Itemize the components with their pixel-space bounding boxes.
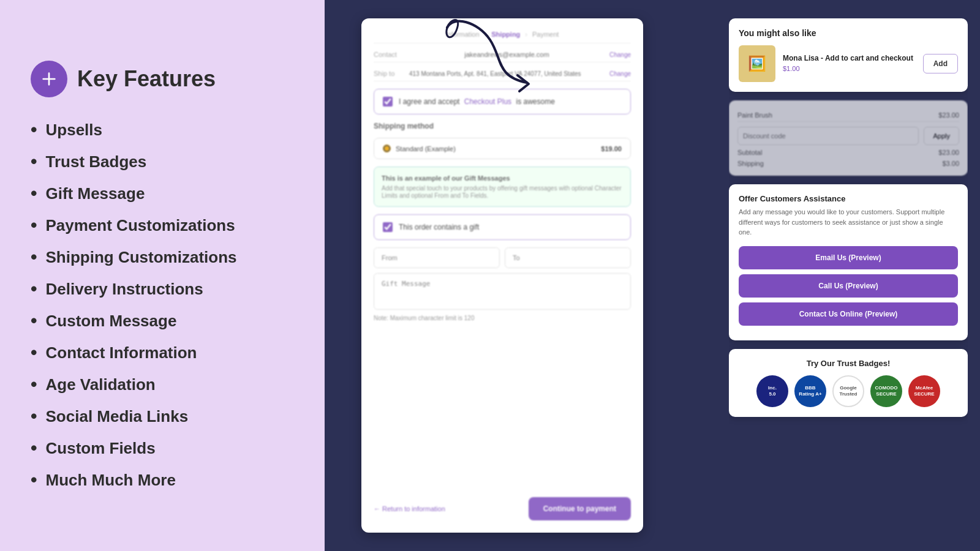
list-item: Custom Message	[31, 310, 294, 331]
shipping-option-label: Standard (Example)	[396, 145, 456, 152]
badge-comodo: COMODOSECURE	[870, 375, 902, 407]
list-item: Much Much More	[31, 470, 294, 490]
email-us-button[interactable]: Email Us (Preview)	[739, 246, 958, 269]
arrow-annotation	[429, 15, 551, 113]
upsell-card: You might also like 🖼️ Mona Lisa - Add t…	[729, 18, 968, 92]
upsell-item-name: Mona Lisa - Add to cart and checkout	[783, 54, 916, 62]
list-item: Contact Information	[31, 342, 294, 363]
right-side-panels: You might also like 🖼️ Mona Lisa - Add t…	[729, 18, 968, 533]
upsell-item-price: $1.00	[783, 65, 800, 72]
ship-to-label: Ship to	[374, 70, 404, 77]
list-item: Gift Message	[31, 183, 294, 204]
list-item: Payment Customizations	[31, 215, 294, 236]
contact-label: Contact	[374, 51, 404, 58]
page-title: Key Features	[77, 66, 216, 92]
gift-message-textarea[interactable]	[374, 273, 631, 310]
list-item: Custom Fields	[31, 438, 294, 459]
upsell-item: 🖼️ Mona Lisa - Add to cart and checkout …	[739, 45, 958, 82]
badge-google: GoogleTrusted	[832, 375, 864, 407]
order-summary-preview: Paint Brush $23.00 Apply Subtotal $23.00…	[729, 100, 968, 176]
assistance-description: Add any message you would like to your c…	[739, 207, 958, 238]
gift-character-note: Note: Maximum character limit is 120	[374, 315, 631, 321]
list-item: Upsells	[31, 119, 294, 140]
gift-preview-desc: Add that special touch to your products …	[382, 185, 622, 199]
right-panel: Information › Shipping › Payment Contact…	[325, 0, 980, 551]
contact-online-button[interactable]: Contact Us Online (Preview)	[739, 302, 958, 326]
gift-checkbox[interactable]	[383, 222, 393, 232]
upsell-info: Mona Lisa - Add to cart and checkout $1.…	[783, 54, 916, 73]
assistance-title: Offer Customers Assistance	[739, 194, 958, 203]
summary-item-name: Paint Brush	[737, 111, 772, 119]
upsell-add-button[interactable]: Add	[923, 54, 958, 73]
shipping-total-row: Shipping $3.00	[737, 160, 959, 167]
gift-from-to-row	[374, 247, 631, 268]
trust-badges-card: Try Our Trust Badges! Inc.5.0 BBBRating …	[729, 349, 968, 417]
apply-button[interactable]: Apply	[924, 127, 959, 145]
plus-icon	[31, 61, 67, 97]
shipping-total-label: Shipping	[737, 160, 764, 167]
badge-bbb: BBBRating A+	[794, 375, 826, 407]
badge-mcafee: McAfeeSECURE	[908, 375, 940, 407]
shipping-option[interactable]: Standard (Example) $19.00	[374, 138, 631, 159]
assistance-card: Offer Customers Assistance Add any messa…	[729, 184, 968, 340]
back-link[interactable]: ← Return to information	[374, 505, 445, 512]
shipping-total-value: $3.00	[942, 160, 959, 167]
gift-message-preview: This is an example of our Gift Messages …	[374, 167, 631, 207]
gift-from-input[interactable]	[374, 247, 500, 268]
gift-checkbox-label: This order contains a gift	[399, 223, 479, 231]
terms-checkbox[interactable]	[383, 97, 393, 107]
call-us-button[interactable]: Call Us (Preview)	[739, 274, 958, 298]
gift-preview-title: This is an example of our Gift Messages	[382, 174, 623, 182]
list-item: Social Media Links	[31, 406, 294, 427]
gift-to-input[interactable]	[505, 247, 631, 268]
left-header: Key Features	[31, 61, 294, 97]
upsell-title: You might also like	[739, 28, 958, 38]
list-item: Shipping Customizations	[31, 247, 294, 268]
list-item: Trust Badges	[31, 151, 294, 172]
subtotal-row: Subtotal $23.00	[737, 149, 959, 156]
ship-to-change-link[interactable]: Change	[609, 70, 631, 77]
trust-badges-container: Inc.5.0 BBBRating A+ GoogleTrusted COMOD…	[739, 375, 958, 407]
trust-title: Try Our Trust Badges!	[739, 359, 958, 368]
discount-code-input[interactable]	[737, 127, 919, 145]
checkout-actions: ← Return to information Continue to paym…	[374, 497, 631, 520]
continue-button[interactable]: Continue to payment	[529, 497, 631, 520]
contact-change-link[interactable]: Change	[609, 51, 631, 58]
gift-checkbox-row: This order contains a gift	[374, 214, 631, 240]
summary-item-price: $23.00	[938, 111, 959, 119]
summary-item-row: Paint Brush $23.00	[737, 109, 959, 122]
list-item: Delivery Instructions	[31, 279, 294, 299]
gift-fields: Note: Maximum character limit is 120	[374, 247, 631, 321]
subtotal-label: Subtotal	[737, 149, 762, 156]
discount-row: Apply	[737, 127, 959, 145]
feature-list: Upsells Trust Badges Gift Message Paymen…	[31, 119, 294, 490]
list-item: Age Validation	[31, 374, 294, 395]
badge-inc5000: Inc.5.0	[756, 375, 788, 407]
shipping-section-title: Shipping method	[374, 122, 631, 130]
shipping-radio[interactable]	[383, 144, 391, 152]
left-panel: Key Features Upsells Trust Badges Gift M…	[0, 0, 325, 551]
shipping-option-price: $19.00	[601, 145, 622, 152]
upsell-image: 🖼️	[739, 45, 775, 82]
subtotal-value: $23.00	[938, 149, 959, 156]
